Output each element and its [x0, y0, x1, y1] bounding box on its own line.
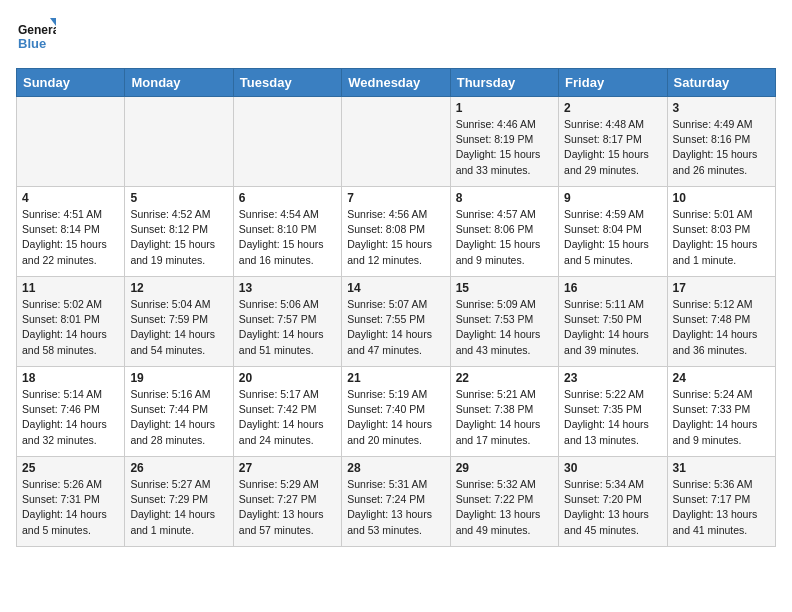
day-info: Sunrise: 4:49 AM Sunset: 8:16 PM Dayligh… — [673, 117, 770, 178]
day-number: 14 — [347, 281, 444, 295]
calendar-cell — [233, 97, 341, 187]
calendar-cell: 11Sunrise: 5:02 AM Sunset: 8:01 PM Dayli… — [17, 277, 125, 367]
week-row-3: 11Sunrise: 5:02 AM Sunset: 8:01 PM Dayli… — [17, 277, 776, 367]
day-number: 1 — [456, 101, 553, 115]
day-info: Sunrise: 4:56 AM Sunset: 8:08 PM Dayligh… — [347, 207, 444, 268]
weekday-header-monday: Monday — [125, 69, 233, 97]
calendar-cell — [342, 97, 450, 187]
calendar-cell: 19Sunrise: 5:16 AM Sunset: 7:44 PM Dayli… — [125, 367, 233, 457]
day-number: 4 — [22, 191, 119, 205]
calendar-cell: 16Sunrise: 5:11 AM Sunset: 7:50 PM Dayli… — [559, 277, 667, 367]
weekday-header-thursday: Thursday — [450, 69, 558, 97]
calendar-cell: 3Sunrise: 4:49 AM Sunset: 8:16 PM Daylig… — [667, 97, 775, 187]
day-number: 27 — [239, 461, 336, 475]
calendar-cell: 8Sunrise: 4:57 AM Sunset: 8:06 PM Daylig… — [450, 187, 558, 277]
day-info: Sunrise: 5:02 AM Sunset: 8:01 PM Dayligh… — [22, 297, 119, 358]
day-number: 7 — [347, 191, 444, 205]
calendar-cell: 31Sunrise: 5:36 AM Sunset: 7:17 PM Dayli… — [667, 457, 775, 547]
day-info: Sunrise: 4:51 AM Sunset: 8:14 PM Dayligh… — [22, 207, 119, 268]
calendar-table: SundayMondayTuesdayWednesdayThursdayFrid… — [16, 68, 776, 547]
calendar-cell: 21Sunrise: 5:19 AM Sunset: 7:40 PM Dayli… — [342, 367, 450, 457]
day-info: Sunrise: 5:14 AM Sunset: 7:46 PM Dayligh… — [22, 387, 119, 448]
day-info: Sunrise: 4:46 AM Sunset: 8:19 PM Dayligh… — [456, 117, 553, 178]
day-number: 28 — [347, 461, 444, 475]
day-info: Sunrise: 5:11 AM Sunset: 7:50 PM Dayligh… — [564, 297, 661, 358]
week-row-5: 25Sunrise: 5:26 AM Sunset: 7:31 PM Dayli… — [17, 457, 776, 547]
day-number: 16 — [564, 281, 661, 295]
day-info: Sunrise: 4:59 AM Sunset: 8:04 PM Dayligh… — [564, 207, 661, 268]
calendar-cell: 26Sunrise: 5:27 AM Sunset: 7:29 PM Dayli… — [125, 457, 233, 547]
day-info: Sunrise: 5:01 AM Sunset: 8:03 PM Dayligh… — [673, 207, 770, 268]
day-number: 20 — [239, 371, 336, 385]
day-info: Sunrise: 5:27 AM Sunset: 7:29 PM Dayligh… — [130, 477, 227, 538]
day-number: 29 — [456, 461, 553, 475]
calendar-cell: 25Sunrise: 5:26 AM Sunset: 7:31 PM Dayli… — [17, 457, 125, 547]
day-info: Sunrise: 5:21 AM Sunset: 7:38 PM Dayligh… — [456, 387, 553, 448]
day-number: 23 — [564, 371, 661, 385]
day-info: Sunrise: 5:29 AM Sunset: 7:27 PM Dayligh… — [239, 477, 336, 538]
svg-text:General: General — [18, 23, 56, 37]
calendar-cell: 23Sunrise: 5:22 AM Sunset: 7:35 PM Dayli… — [559, 367, 667, 457]
day-info: Sunrise: 5:24 AM Sunset: 7:33 PM Dayligh… — [673, 387, 770, 448]
calendar-cell: 18Sunrise: 5:14 AM Sunset: 7:46 PM Dayli… — [17, 367, 125, 457]
weekday-header-friday: Friday — [559, 69, 667, 97]
weekday-header-row: SundayMondayTuesdayWednesdayThursdayFrid… — [17, 69, 776, 97]
weekday-header-wednesday: Wednesday — [342, 69, 450, 97]
calendar-cell: 1Sunrise: 4:46 AM Sunset: 8:19 PM Daylig… — [450, 97, 558, 187]
calendar-cell: 7Sunrise: 4:56 AM Sunset: 8:08 PM Daylig… — [342, 187, 450, 277]
weekday-header-tuesday: Tuesday — [233, 69, 341, 97]
calendar-cell: 30Sunrise: 5:34 AM Sunset: 7:20 PM Dayli… — [559, 457, 667, 547]
calendar-cell — [125, 97, 233, 187]
day-number: 24 — [673, 371, 770, 385]
day-number: 5 — [130, 191, 227, 205]
calendar-cell: 29Sunrise: 5:32 AM Sunset: 7:22 PM Dayli… — [450, 457, 558, 547]
day-info: Sunrise: 5:17 AM Sunset: 7:42 PM Dayligh… — [239, 387, 336, 448]
day-number: 15 — [456, 281, 553, 295]
day-info: Sunrise: 5:16 AM Sunset: 7:44 PM Dayligh… — [130, 387, 227, 448]
calendar-cell: 28Sunrise: 5:31 AM Sunset: 7:24 PM Dayli… — [342, 457, 450, 547]
day-number: 19 — [130, 371, 227, 385]
day-number: 17 — [673, 281, 770, 295]
day-number: 26 — [130, 461, 227, 475]
day-number: 13 — [239, 281, 336, 295]
day-info: Sunrise: 4:48 AM Sunset: 8:17 PM Dayligh… — [564, 117, 661, 178]
calendar-cell: 20Sunrise: 5:17 AM Sunset: 7:42 PM Dayli… — [233, 367, 341, 457]
calendar-cell — [17, 97, 125, 187]
day-number: 21 — [347, 371, 444, 385]
day-info: Sunrise: 5:06 AM Sunset: 7:57 PM Dayligh… — [239, 297, 336, 358]
day-info: Sunrise: 5:31 AM Sunset: 7:24 PM Dayligh… — [347, 477, 444, 538]
calendar-cell: 2Sunrise: 4:48 AM Sunset: 8:17 PM Daylig… — [559, 97, 667, 187]
day-info: Sunrise: 5:12 AM Sunset: 7:48 PM Dayligh… — [673, 297, 770, 358]
day-number: 12 — [130, 281, 227, 295]
day-number: 3 — [673, 101, 770, 115]
day-info: Sunrise: 5:07 AM Sunset: 7:55 PM Dayligh… — [347, 297, 444, 358]
weekday-header-saturday: Saturday — [667, 69, 775, 97]
calendar-cell: 15Sunrise: 5:09 AM Sunset: 7:53 PM Dayli… — [450, 277, 558, 367]
day-info: Sunrise: 5:22 AM Sunset: 7:35 PM Dayligh… — [564, 387, 661, 448]
calendar-cell: 6Sunrise: 4:54 AM Sunset: 8:10 PM Daylig… — [233, 187, 341, 277]
calendar-cell: 22Sunrise: 5:21 AM Sunset: 7:38 PM Dayli… — [450, 367, 558, 457]
day-info: Sunrise: 5:34 AM Sunset: 7:20 PM Dayligh… — [564, 477, 661, 538]
day-number: 18 — [22, 371, 119, 385]
calendar-cell: 10Sunrise: 5:01 AM Sunset: 8:03 PM Dayli… — [667, 187, 775, 277]
day-number: 31 — [673, 461, 770, 475]
day-info: Sunrise: 5:32 AM Sunset: 7:22 PM Dayligh… — [456, 477, 553, 538]
day-number: 11 — [22, 281, 119, 295]
day-number: 30 — [564, 461, 661, 475]
day-number: 22 — [456, 371, 553, 385]
day-number: 25 — [22, 461, 119, 475]
day-number: 8 — [456, 191, 553, 205]
day-number: 9 — [564, 191, 661, 205]
calendar-cell: 4Sunrise: 4:51 AM Sunset: 8:14 PM Daylig… — [17, 187, 125, 277]
day-number: 6 — [239, 191, 336, 205]
calendar-cell: 27Sunrise: 5:29 AM Sunset: 7:27 PM Dayli… — [233, 457, 341, 547]
calendar-cell: 24Sunrise: 5:24 AM Sunset: 7:33 PM Dayli… — [667, 367, 775, 457]
calendar-cell: 14Sunrise: 5:07 AM Sunset: 7:55 PM Dayli… — [342, 277, 450, 367]
week-row-1: 1Sunrise: 4:46 AM Sunset: 8:19 PM Daylig… — [17, 97, 776, 187]
day-number: 2 — [564, 101, 661, 115]
calendar-cell: 13Sunrise: 5:06 AM Sunset: 7:57 PM Dayli… — [233, 277, 341, 367]
day-info: Sunrise: 4:54 AM Sunset: 8:10 PM Dayligh… — [239, 207, 336, 268]
page-header: General Blue — [16, 16, 776, 56]
logo: General Blue — [16, 16, 56, 56]
calendar-cell: 17Sunrise: 5:12 AM Sunset: 7:48 PM Dayli… — [667, 277, 775, 367]
